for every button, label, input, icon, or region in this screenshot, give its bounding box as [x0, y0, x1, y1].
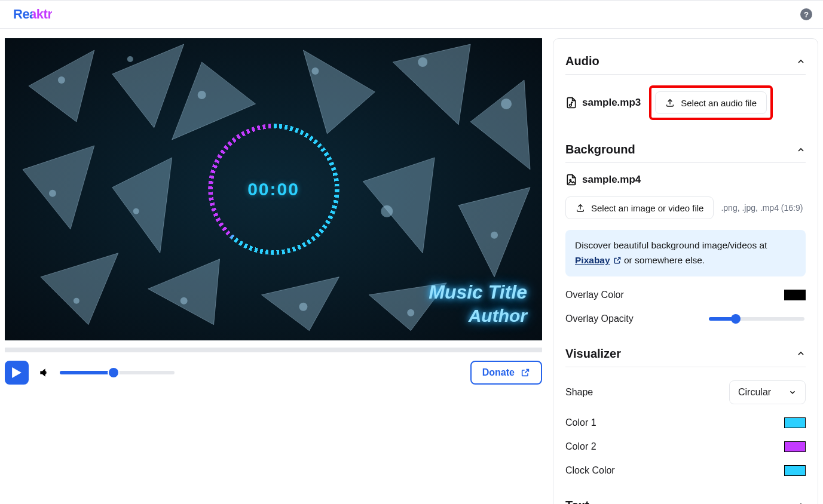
shape-select[interactable]: Circular — [729, 380, 806, 404]
overlay-color-swatch[interactable] — [784, 290, 806, 300]
upload-icon — [665, 98, 675, 107]
svg-point-20 — [501, 99, 512, 109]
app-logo: Reaktr — [13, 7, 52, 22]
play-button[interactable] — [5, 361, 29, 385]
color1-swatch[interactable] — [784, 417, 806, 428]
svg-point-22 — [133, 208, 139, 214]
svg-point-25 — [74, 298, 79, 304]
upload-icon — [576, 203, 585, 213]
color1-label: Color 1 — [565, 417, 596, 428]
pixabay-link[interactable]: Pixabay — [575, 253, 622, 268]
chevron-up-icon — [796, 145, 806, 155]
section-audio-header[interactable]: Audio — [565, 46, 806, 75]
section-text-title: Text — [565, 499, 589, 504]
help-icon[interactable]: ? — [800, 8, 812, 20]
clock-color-swatch[interactable] — [784, 465, 806, 476]
color2-swatch[interactable] — [784, 441, 806, 452]
select-background-label: Select an image or video file — [591, 203, 703, 213]
donate-label: Donate — [482, 367, 515, 378]
chevron-up-icon — [796, 500, 806, 504]
audio-file-chip: sample.mp3 — [565, 97, 641, 109]
info-suffix: or somewhere else. — [624, 255, 705, 265]
svg-point-26 — [180, 297, 188, 305]
volume-slider[interactable] — [60, 371, 175, 374]
section-audio-title: Audio — [565, 54, 599, 68]
svg-point-23 — [381, 205, 393, 217]
app-header: Reaktr ? — [0, 0, 823, 29]
chevron-up-icon — [796, 349, 806, 358]
svg-marker-29 — [12, 367, 22, 378]
shape-value: Circular — [738, 387, 771, 398]
select-background-button[interactable]: Select an image or video file — [565, 196, 714, 219]
select-audio-highlight: Select an audio file — [649, 85, 773, 120]
music-file-icon — [565, 97, 577, 109]
external-link-icon — [521, 368, 530, 377]
clock-color-label: Clock Color — [565, 465, 615, 476]
svg-point-18 — [311, 67, 319, 75]
background-info: Discover beautiful background image/vide… — [565, 230, 806, 276]
section-background-title: Background — [565, 143, 635, 156]
section-visualizer-title: Visualizer — [565, 347, 621, 361]
play-icon — [12, 367, 22, 378]
external-link-icon — [613, 256, 622, 265]
overlay-color-label: Overlay Color — [565, 290, 624, 300]
svg-point-15 — [58, 76, 65, 84]
background-filename: sample.mp4 — [582, 174, 641, 186]
svg-point-21 — [49, 190, 56, 197]
section-visualizer-header[interactable]: Visualizer — [565, 339, 806, 367]
image-file-icon — [565, 174, 577, 186]
overlay-opacity-slider[interactable] — [709, 317, 804, 321]
background-hint: .png, .jpg, .mp4 (16:9) — [721, 203, 803, 213]
info-prefix: Discover beautiful background image/vide… — [575, 240, 767, 250]
svg-point-28 — [407, 309, 414, 316]
color2-label: Color 2 — [565, 441, 596, 452]
overlay-opacity-label: Overlay Opacity — [565, 314, 634, 324]
svg-point-17 — [198, 91, 206, 99]
volume-icon[interactable] — [38, 367, 50, 379]
section-background-header[interactable]: Background — [565, 134, 806, 163]
chevron-down-icon — [788, 388, 797, 397]
background-file-chip: sample.mp4 — [565, 174, 641, 186]
svg-point-19 — [418, 57, 427, 67]
audio-filename: sample.mp3 — [582, 97, 641, 109]
preview-title: Music Title — [429, 281, 527, 303]
playback-progress[interactable] — [5, 348, 542, 352]
svg-point-24 — [491, 232, 498, 239]
preview-title-block: Music Title Author — [429, 281, 527, 326]
select-audio-label: Select an audio file — [681, 98, 757, 108]
preview-clock: 00:00 — [247, 179, 299, 199]
svg-point-16 — [127, 56, 133, 62]
section-text-header[interactable]: Text — [565, 490, 806, 504]
select-audio-button[interactable]: Select an audio file — [655, 91, 767, 114]
donate-button[interactable]: Donate — [470, 361, 542, 385]
preview-author: Author — [429, 306, 527, 326]
chevron-up-icon — [796, 57, 806, 66]
preview-canvas: 00:00 Music Title Author — [5, 38, 542, 340]
shape-label: Shape — [565, 387, 593, 398]
svg-point-27 — [299, 303, 307, 311]
